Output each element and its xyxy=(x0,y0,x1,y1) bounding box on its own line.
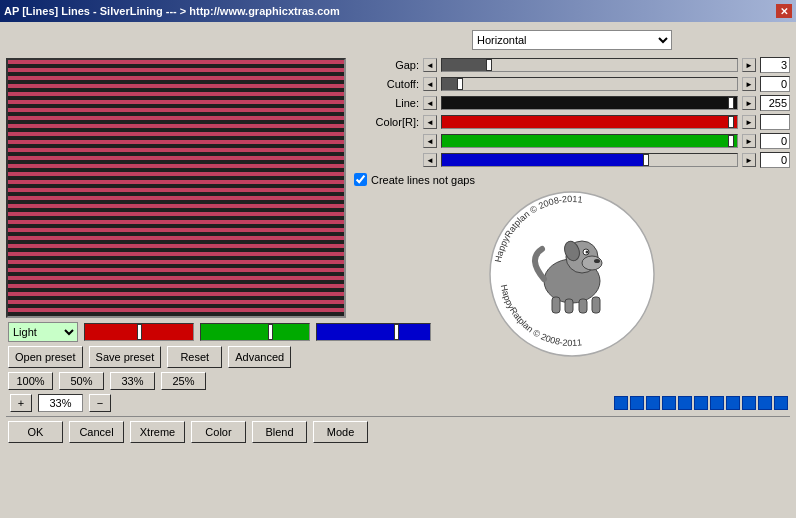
zoom-100-button[interactable]: 100% xyxy=(8,372,53,390)
logo-svg: HappyRatplan © 2008-2011 HappyRatplan © … xyxy=(487,189,657,359)
colorR-arrow-right[interactable]: ► xyxy=(742,115,756,129)
cancel-button[interactable]: Cancel xyxy=(69,421,124,443)
gap-track[interactable] xyxy=(441,58,738,72)
gap-slider-row: Gap: ◄ ► xyxy=(354,57,790,73)
zoom-plus-minus-row: + − xyxy=(8,394,111,412)
mode-button[interactable]: Mode xyxy=(313,421,368,443)
blue-sq-4 xyxy=(662,396,676,410)
advanced-button[interactable]: Advanced xyxy=(228,346,291,368)
red-mini-slider[interactable] xyxy=(84,323,194,341)
line-track[interactable] xyxy=(441,96,738,110)
title-text: AP [Lines] Lines - SilverLining --- > ht… xyxy=(4,5,340,17)
colorG-value[interactable] xyxy=(760,133,790,149)
blue-sq-9 xyxy=(742,396,756,410)
blend-button[interactable]: Blend xyxy=(252,421,307,443)
colorR-arrow-left[interactable]: ◄ xyxy=(423,115,437,129)
cutoff-slider-row: Cutoff: ◄ ► xyxy=(354,76,790,92)
line-slider-row: Line: ◄ ► xyxy=(354,95,790,111)
top-row: Horizontal Vertical Diagonal Gap: ◄ ► Cu… xyxy=(6,28,790,318)
zoom-current-input[interactable] xyxy=(38,394,83,412)
cutoff-track[interactable] xyxy=(441,77,738,91)
svg-rect-13 xyxy=(592,297,600,313)
svg-point-7 xyxy=(594,259,600,263)
gap-label: Gap: xyxy=(354,59,419,71)
save-preset-button[interactable]: Save preset xyxy=(89,346,162,368)
reset-button[interactable]: Reset xyxy=(167,346,222,368)
direction-dropdown[interactable]: Horizontal Vertical Diagonal xyxy=(472,30,672,50)
blue-squares-container xyxy=(614,396,788,410)
buttons-row: Open preset Save preset Reset Advanced xyxy=(6,346,790,368)
dropdown-row: Horizontal Vertical Diagonal xyxy=(354,30,790,50)
blue-sq-1 xyxy=(614,396,628,410)
zoom-row: 100% 50% 33% 25% xyxy=(6,372,790,390)
blue-sq-7 xyxy=(710,396,724,410)
zoom-33-button[interactable]: 33% xyxy=(110,372,155,390)
logo-container: HappyRatplan © 2008-2011 HappyRatplan © … xyxy=(487,189,657,359)
green-mini-slider[interactable] xyxy=(200,323,310,341)
blue-sq-2 xyxy=(630,396,644,410)
cutoff-arrow-right[interactable]: ► xyxy=(742,77,756,91)
blue-sq-3 xyxy=(646,396,660,410)
colorB-arrow-left[interactable]: ◄ xyxy=(423,153,437,167)
gap-arrow-left[interactable]: ◄ xyxy=(423,58,437,72)
blue-sq-6 xyxy=(694,396,708,410)
colorB-track[interactable] xyxy=(441,153,738,167)
create-lines-checkbox[interactable] xyxy=(354,173,367,186)
bottom-bar: OK Cancel Xtreme Color Blend Mode xyxy=(6,416,790,447)
preset-row: Light Dark Custom xyxy=(6,322,790,342)
ok-button[interactable]: OK xyxy=(8,421,63,443)
cutoff-arrow-left[interactable]: ◄ xyxy=(423,77,437,91)
cutoff-label: Cutoff: xyxy=(354,78,419,90)
color-button[interactable]: Color xyxy=(191,421,246,443)
svg-rect-12 xyxy=(579,299,587,313)
close-button[interactable]: ✕ xyxy=(776,4,792,18)
blue-mini-slider[interactable] xyxy=(316,323,431,341)
zoom-50-button[interactable]: 50% xyxy=(59,372,104,390)
svg-point-6 xyxy=(582,256,602,270)
blue-sq-8 xyxy=(726,396,740,410)
blue-sq-5 xyxy=(678,396,692,410)
blue-sq-10 xyxy=(758,396,772,410)
right-panel: Horizontal Vertical Diagonal Gap: ◄ ► Cu… xyxy=(354,28,790,318)
colorG-arrow-right[interactable]: ► xyxy=(742,134,756,148)
colorG-track[interactable] xyxy=(441,134,738,148)
colorR-track[interactable] xyxy=(441,115,738,129)
light-dropdown[interactable]: Light Dark Custom xyxy=(8,322,78,342)
colorG-slider-row: ◄ ► xyxy=(354,133,790,149)
colorG-arrow-left[interactable]: ◄ xyxy=(423,134,437,148)
svg-rect-11 xyxy=(565,299,573,313)
colorR-slider-row: Color[R]: ◄ ► xyxy=(354,114,790,130)
open-preset-button[interactable]: Open preset xyxy=(8,346,83,368)
bottom-controls: Light Dark Custom Open preset Save prese… xyxy=(6,322,790,447)
colorR-label: Color[R]: xyxy=(354,116,419,128)
zoom-minus-button[interactable]: − xyxy=(89,394,111,412)
blue-sq-11 xyxy=(774,396,788,410)
preview-area xyxy=(6,58,346,318)
cutoff-value[interactable] xyxy=(760,76,790,92)
checkbox-row: Create lines not gaps xyxy=(354,173,790,186)
gap-arrow-right[interactable]: ► xyxy=(742,58,756,72)
line-value[interactable] xyxy=(760,95,790,111)
create-lines-label: Create lines not gaps xyxy=(371,174,475,186)
colorR-value[interactable] xyxy=(760,114,790,130)
line-label: Line: xyxy=(354,97,419,109)
line-arrow-right[interactable]: ► xyxy=(742,96,756,110)
colorB-value[interactable] xyxy=(760,152,790,168)
xtreme-button[interactable]: Xtreme xyxy=(130,421,185,443)
line-arrow-left[interactable]: ◄ xyxy=(423,96,437,110)
main-window: Horizontal Vertical Diagonal Gap: ◄ ► Cu… xyxy=(0,22,796,518)
gap-value[interactable] xyxy=(760,57,790,73)
svg-rect-10 xyxy=(552,297,560,313)
title-bar: AP [Lines] Lines - SilverLining --- > ht… xyxy=(0,0,796,22)
colorB-slider-row: ◄ ► xyxy=(354,152,790,168)
zoom-25-button[interactable]: 25% xyxy=(161,372,206,390)
zoom-plus-button[interactable]: + xyxy=(10,394,32,412)
svg-point-9 xyxy=(586,251,589,254)
colorB-arrow-right[interactable]: ► xyxy=(742,153,756,167)
